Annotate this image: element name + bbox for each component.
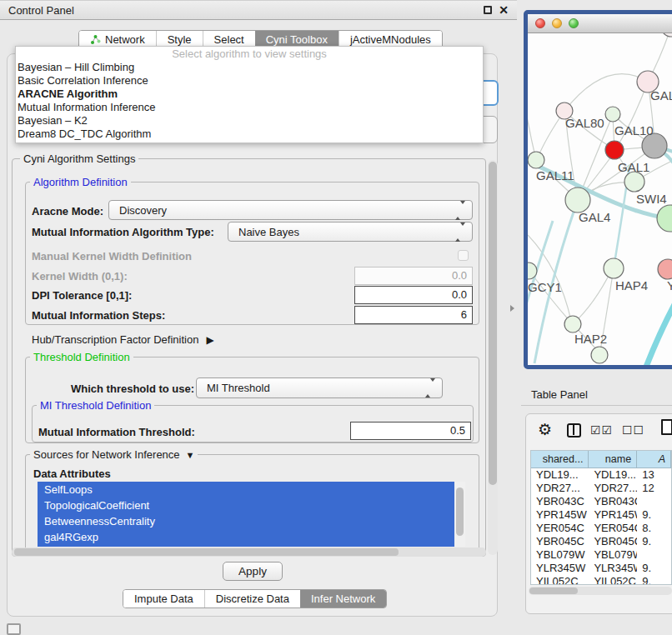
data-attributes-label: Data Attributes <box>33 468 111 480</box>
mi-steps-field[interactable]: 6 <box>354 306 473 324</box>
columns-icon[interactable] <box>567 423 581 438</box>
network-node[interactable] <box>658 259 672 279</box>
mac-close-button[interactable] <box>535 18 545 28</box>
popup-item[interactable]: Mutual Information Inference <box>16 101 483 114</box>
node-label: Y <box>667 278 672 292</box>
node-label: HAP4 <box>615 278 648 292</box>
list-item[interactable]: gal4RGexp <box>38 529 464 545</box>
popup-item[interactable]: Dream8 DC_TDC Algorithm <box>16 128 483 141</box>
column-header[interactable]: A <box>637 451 671 468</box>
table-panel-divider <box>521 405 672 406</box>
table-hscrollbar-track[interactable] <box>529 587 672 595</box>
table-row[interactable]: YDL19...YDL19...13 <box>531 468 671 482</box>
network-node[interactable] <box>605 107 620 122</box>
popup-item[interactable]: Basic Correlation Inference <box>16 74 483 88</box>
list-item[interactable]: BetweennessCentrality <box>38 513 464 529</box>
network-graph[interactable]: GAL7 GAL80 GAL10 GAL11 GAL1 SWI4 GAL4 GC… <box>528 33 672 365</box>
column-header[interactable]: name <box>589 451 637 468</box>
table-row[interactable]: YDR27...YDR27...12 <box>531 482 671 495</box>
select-all-checks-icon[interactable]: ☑☑ <box>590 423 613 437</box>
mi-algorithm-type-select[interactable]: Naive Bayes <box>228 222 473 242</box>
collapse-right-icon: ▶ <box>206 334 213 346</box>
manual-kernel-checkbox[interactable] <box>458 250 469 261</box>
list-item[interactable]: TopologicalCoefficient <box>38 498 464 513</box>
cyni-bottom-tabbar: Impute Data Discretize Data Infer Networ… <box>123 589 387 608</box>
network-node[interactable] <box>564 316 581 332</box>
list-scrollbar-thumb[interactable] <box>456 488 464 536</box>
dock-panel-icon[interactable] <box>7 623 21 635</box>
which-threshold-select[interactable]: MI Threshold <box>196 378 443 398</box>
dpi-tolerance-label: DPI Tolerance [0,1]: <box>32 289 132 302</box>
kernel-width-field[interactable]: 0.0 <box>354 267 473 285</box>
node-table: shared... name A YDL19...YDL19...13 YDR2… <box>530 450 672 585</box>
mi-threshold-field[interactable]: 0.5 <box>350 422 471 440</box>
network-node[interactable] <box>624 172 644 192</box>
data-attributes-list[interactable]: SelfLoops TopologicalCoefficient Between… <box>38 482 464 547</box>
mi-algorithm-type-label: Mutual Information Algorithm Type: <box>32 226 214 238</box>
settings-hscrollbar-track[interactable] <box>12 548 486 557</box>
popup-item-highlighted[interactable]: ARACNE Algorithm <box>16 88 483 101</box>
network-canvas-area[interactable]: GAL7 GAL80 GAL10 GAL11 GAL1 SWI4 GAL4 GC… <box>528 33 672 365</box>
node-label: GAL11 <box>536 168 574 182</box>
network-node[interactable] <box>528 152 544 168</box>
tab-discretize-data[interactable]: Discretize Data <box>204 590 300 608</box>
sources-group-title[interactable]: Sources for Network Inference ▼ <box>30 448 198 461</box>
panel-divider-arrow-icon[interactable] <box>510 305 514 312</box>
popup-item[interactable]: Bayesian – Hill Climbing <box>16 61 483 74</box>
tab-impute-data[interactable]: Impute Data <box>123 590 204 608</box>
table-row[interactable]: YIL052CYIL052C9. <box>531 575 671 585</box>
close-icon[interactable]: ✕ <box>499 6 509 14</box>
network-node[interactable] <box>657 205 672 232</box>
which-threshold-label: Which threshold to use: <box>71 382 194 395</box>
threshold-definition-title: Threshold Definition <box>30 351 133 363</box>
node-label: SWI4 <box>636 192 667 206</box>
stepper-arrows-icon <box>425 382 435 394</box>
popup-item[interactable]: Bayesian – K2 <box>16 114 483 128</box>
list-item[interactable]: SelfLoops <box>38 482 464 498</box>
settings-scrollbar-track[interactable] <box>488 160 498 555</box>
deselect-all-checks-icon[interactable]: ☐☐ <box>622 423 644 437</box>
network-labels: GAL7 GAL80 GAL10 GAL11 GAL1 SWI4 GAL4 GC… <box>528 88 672 346</box>
mi-steps-label: Mutual Information Steps: <box>32 309 165 322</box>
table-row[interactable]: YBL079WYBL079W <box>531 548 671 562</box>
table-hscrollbar-thumb[interactable] <box>529 588 578 594</box>
tab-infer-network[interactable]: Infer Network <box>300 590 386 608</box>
network-node[interactable] <box>604 258 624 278</box>
settings-hscrollbar-thumb[interactable] <box>14 548 399 556</box>
table-row[interactable]: YLR345WYLR345W9. <box>531 562 671 575</box>
table-row[interactable]: YBR043CYBR043C <box>531 495 671 508</box>
network-node-selected[interactable] <box>605 141 624 159</box>
stepper-arrows-icon <box>455 226 465 238</box>
mi-threshold-label: Mutual Information Threshold: <box>38 426 195 438</box>
mac-zoom-button[interactable] <box>569 18 579 28</box>
float-window-icon[interactable] <box>484 6 492 14</box>
node-label: GCY1 <box>528 280 562 294</box>
dpi-tolerance-field[interactable]: 0.0 <box>354 286 473 304</box>
list-scrollbar-track[interactable] <box>454 482 465 547</box>
collapse-down-icon: ▼ <box>186 450 195 460</box>
table-header-row: shared... name A <box>531 451 671 468</box>
network-node[interactable] <box>661 33 672 37</box>
network-node[interactable] <box>591 347 608 363</box>
settings-scrollbar-thumb[interactable] <box>489 162 497 485</box>
mac-minimize-button[interactable] <box>552 18 562 28</box>
hub-definition-toggle[interactable]: Hub/Transcription Factor Definition ▶ <box>32 333 214 346</box>
table-row[interactable]: YER054CYER054C8. <box>531 522 671 535</box>
column-header[interactable]: shared... <box>531 451 589 468</box>
node-label: GAL1 <box>618 160 649 174</box>
cyni-algorithm-settings-title: Cyni Algorithm Settings <box>20 152 138 165</box>
network-view-window[interactable]: GAL7 GAL80 GAL10 GAL11 GAL1 SWI4 GAL4 GC… <box>524 10 672 369</box>
table-row[interactable]: YPR145WYPR145W9. <box>531 508 671 522</box>
aracne-mode-select[interactable]: Discovery <box>108 200 473 220</box>
table-row[interactable]: YBR045CYBR045C9. <box>531 535 671 548</box>
new-table-icon[interactable] <box>661 419 672 435</box>
network-icon <box>90 34 101 45</box>
manual-kernel-label: Manual Kernel Width Definition <box>32 250 192 262</box>
gear-icon[interactable]: ⚙ <box>538 420 552 439</box>
network-node[interactable] <box>565 188 590 212</box>
algorithm-dropdown-popup: Select algorithm to view settings Bayesi… <box>15 46 484 143</box>
control-panel-title: Control Panel <box>8 4 74 17</box>
apply-button[interactable]: Apply <box>223 562 283 581</box>
node-label: HAP2 <box>574 332 607 346</box>
network-window-titlebar <box>528 14 672 33</box>
